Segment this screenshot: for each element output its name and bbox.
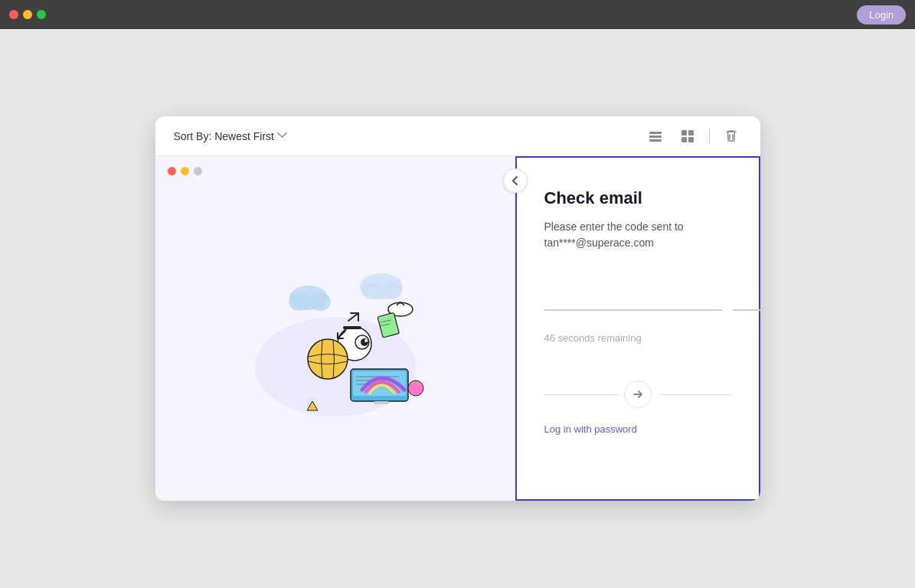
- back-button[interactable]: [503, 168, 528, 193]
- window-controls: [9, 10, 46, 19]
- otp-input-1[interactable]: [544, 279, 722, 311]
- svg-point-22: [361, 338, 368, 346]
- toolbar-divider: [709, 129, 710, 144]
- window-chrome-dots: [168, 167, 202, 175]
- left-panel: [155, 156, 515, 501]
- svg-rect-2: [649, 139, 662, 142]
- otp-input-2[interactable]: [733, 279, 760, 311]
- svg-point-14: [361, 283, 383, 299]
- log-in-with-password-button[interactable]: Log in with password: [544, 423, 731, 435]
- svg-point-32: [408, 381, 423, 396]
- minimize-dot: [23, 10, 32, 19]
- chevron-down-icon: [279, 132, 286, 140]
- svg-rect-31: [374, 401, 389, 404]
- inner-minimize-dot: [181, 167, 189, 175]
- content-area: Check email Please enter the code sent t…: [155, 156, 760, 501]
- illustration: [232, 240, 439, 416]
- svg-rect-24: [343, 326, 361, 329]
- submit-line-left: [544, 394, 618, 395]
- login-button[interactable]: Login: [857, 5, 906, 24]
- submit-area: [544, 381, 731, 408]
- submit-button[interactable]: [624, 381, 652, 408]
- otp-input-row: [544, 279, 731, 311]
- arrow-right-icon: [632, 388, 644, 400]
- svg-rect-3: [681, 130, 687, 136]
- sort-by-label: Sort By: Newest First: [174, 130, 274, 142]
- svg-rect-1: [649, 136, 662, 138]
- toolbar: Sort By: Newest First: [155, 116, 760, 156]
- check-email-panel: Check email Please enter the code sent t…: [515, 156, 760, 501]
- check-email-title: Check email: [544, 188, 731, 208]
- list-view-icon: [648, 129, 663, 144]
- trash-icon: [724, 129, 739, 144]
- list-view-button[interactable]: [645, 126, 666, 147]
- inner-maximize-dot: [194, 167, 202, 175]
- svg-point-15: [381, 283, 402, 299]
- svg-point-23: [364, 339, 368, 342]
- toolbar-right: [645, 126, 742, 147]
- main-content: Sort By: Newest First: [0, 29, 915, 588]
- timer-text: 46 seconds remaining: [544, 332, 731, 344]
- panel-container: Sort By: Newest First: [155, 116, 760, 501]
- inner-close-dot: [168, 167, 176, 175]
- svg-rect-4: [688, 130, 694, 136]
- sort-by-dropdown[interactable]: Sort By: Newest First: [174, 130, 286, 142]
- delete-button[interactable]: [721, 126, 742, 147]
- svg-point-25: [308, 339, 348, 379]
- titlebar: Login: [0, 0, 915, 29]
- svg-rect-0: [649, 132, 662, 134]
- submit-line-right: [658, 394, 731, 395]
- svg-rect-6: [688, 137, 694, 142]
- svg-point-11: [289, 292, 310, 311]
- svg-rect-5: [681, 137, 687, 142]
- grid-view-icon: [680, 129, 695, 144]
- back-arrow-icon: [510, 175, 521, 186]
- maximize-dot: [37, 10, 46, 19]
- svg-point-12: [309, 292, 331, 311]
- grid-view-button[interactable]: [677, 126, 698, 147]
- check-email-description: Please enter the code sent to tan****@su…: [544, 219, 731, 251]
- close-dot: [9, 10, 18, 19]
